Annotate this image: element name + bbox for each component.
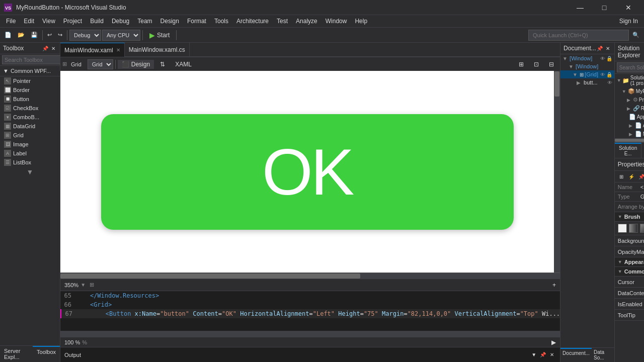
toolbox-section-common-wpf[interactable]: ▼ Common WPF... xyxy=(0,66,60,76)
sol-item-solution[interactable]: ▼ 📁 Solution 'MyRoundButton' (1 pro... xyxy=(615,74,644,87)
menu-format[interactable]: Format xyxy=(183,15,210,28)
tab-close-icon[interactable]: ✕ xyxy=(116,47,120,53)
sol-item-mainwindowxaml[interactable]: ▶ 📄 MainWindow.xaml xyxy=(615,130,644,138)
design-view-btn[interactable]: ⬛ Design xyxy=(118,60,154,69)
toggle-icon[interactable]: ⇅ xyxy=(156,60,169,69)
design-expand-both[interactable]: ⊟ xyxy=(545,60,558,69)
prop-grid-icon[interactable]: ⊞ xyxy=(617,172,626,181)
toolbox-close-btn[interactable]: ✕ xyxy=(50,45,57,52)
prop-section-appearance[interactable]: ▼ Appearance xyxy=(615,257,644,267)
menu-window[interactable]: Window xyxy=(321,15,351,28)
menu-design[interactable]: Design xyxy=(156,15,183,28)
toolbar-open[interactable]: 📂 xyxy=(15,29,27,41)
tab-mainwindow-xaml-cs[interactable]: MainWindow.xaml.cs xyxy=(125,43,190,57)
debug-mode-dropdown[interactable]: Debug xyxy=(69,30,101,41)
output-pin-btn[interactable]: 📌 xyxy=(539,351,547,359)
sol-item-project[interactable]: ▼ 📦 MyRoundButton xyxy=(615,87,644,96)
output-close-btn[interactable]: ✕ xyxy=(548,351,556,359)
eye-icon-grid[interactable]: 👁 xyxy=(600,72,605,77)
doc-pin-btn[interactable]: 📌 xyxy=(596,45,603,52)
toolbox-item-button[interactable]: 🔲 Button xyxy=(0,95,60,104)
menu-tools[interactable]: Tools xyxy=(210,15,232,28)
menu-edit[interactable]: Edit xyxy=(20,15,38,28)
lock-icon-grid[interactable]: 🔒 xyxy=(606,72,612,77)
toolbox-item-pointer[interactable]: ↖ Pointer xyxy=(0,76,60,85)
menu-analyze[interactable]: Analyze xyxy=(292,15,321,28)
toolbar-save[interactable]: 💾 xyxy=(28,29,40,41)
toolbox-item-label[interactable]: A Label xyxy=(0,149,60,158)
design-hscrollbar[interactable] xyxy=(60,273,560,279)
toolbox-tab[interactable]: Toolbox xyxy=(33,346,60,362)
eye-icon-button[interactable]: 👁 xyxy=(607,80,612,85)
xaml-editor[interactable]: 65 </Window.Resources> 66 <Grid> 67 <But… xyxy=(60,291,560,331)
design-vscrollbar[interactable] xyxy=(554,71,560,273)
quick-launch-search[interactable]: 🔍 xyxy=(630,29,642,41)
brush-gradient-icon[interactable] xyxy=(629,224,638,233)
xaml-scrollbar-expand[interactable]: ▶ xyxy=(551,339,556,346)
design-expand-left[interactable]: ⊞ xyxy=(515,60,528,69)
ok-button-preview[interactable]: OK xyxy=(101,114,514,230)
toolbar-new[interactable]: 📄 xyxy=(2,29,14,41)
server-explorer-tab[interactable]: Server Expl... xyxy=(0,346,33,362)
doc-close-btn[interactable]: ✕ xyxy=(604,45,611,52)
sol-item-properties[interactable]: ▶ ⚙ Properties xyxy=(615,96,644,104)
xaml-expand-btn[interactable]: + xyxy=(552,282,556,289)
output-dropdown-btn[interactable]: ▼ xyxy=(530,351,538,359)
menu-test[interactable]: Test xyxy=(273,15,292,28)
menu-file[interactable]: File xyxy=(2,15,20,28)
toolbox-item-border[interactable]: ⬜ Border xyxy=(0,85,60,95)
menu-help[interactable]: Help xyxy=(351,15,371,28)
menu-view[interactable]: View xyxy=(38,15,59,28)
sol-tab-team[interactable]: Team Expl... xyxy=(641,143,644,158)
design-vscrollbar-thumb[interactable] xyxy=(554,71,559,97)
doc-tree-item-window1[interactable]: ▼ [Window] 👁 🔒 xyxy=(560,54,614,62)
toolbox-item-grid[interactable]: ⊞ Grid xyxy=(0,131,60,140)
toolbar-redo[interactable]: ↪ xyxy=(55,29,65,41)
design-expand-right[interactable]: ⊡ xyxy=(530,60,543,69)
lock-icon-window1[interactable]: 🔒 xyxy=(606,56,612,61)
menu-project[interactable]: Project xyxy=(59,15,86,28)
sign-in-button[interactable]: Sign In xyxy=(615,15,642,28)
xaml-view-btn[interactable]: XAML xyxy=(171,60,196,69)
xaml-hscrollbar[interactable] xyxy=(60,331,560,337)
toolbox-pin-btn[interactable]: 📌 xyxy=(42,45,49,52)
prop-section-common[interactable]: ▼ Common xyxy=(615,267,644,277)
toolbar-undo[interactable]: ↩ xyxy=(45,29,54,41)
close-button[interactable]: ✕ xyxy=(617,0,640,15)
sol-item-appconfig[interactable]: 📄 App.config xyxy=(615,113,644,121)
prop-event-btn[interactable]: ⚡ xyxy=(627,172,636,181)
sol-tab-solution[interactable]: Solution E... xyxy=(615,143,642,158)
design-hscrollbar-thumb[interactable] xyxy=(60,274,360,279)
toolbox-item-combobox[interactable]: ▾ ComboB... xyxy=(0,113,60,122)
platform-dropdown[interactable]: Any CPU xyxy=(102,30,140,41)
doc-tree-item-grid[interactable]: ▼ ⊞ [Grid] 👁 🔒 xyxy=(560,70,614,78)
toolbox-item-checkbox[interactable]: ☑ CheckBox xyxy=(0,104,60,113)
sol-search-input[interactable] xyxy=(617,62,644,72)
minimize-button[interactable]: — xyxy=(569,0,592,15)
toolbox-item-datagrid[interactable]: ▦ DataGrid xyxy=(0,122,60,131)
prop-pin-btn-2[interactable]: 📌 xyxy=(637,172,644,181)
start-button[interactable]: ▶ Start xyxy=(145,30,174,41)
data-sources-tab[interactable]: Data So... xyxy=(592,348,614,362)
sol-hscrollbar[interactable] xyxy=(615,138,644,142)
menu-build[interactable]: Build xyxy=(86,15,108,28)
prop-section-brush[interactable]: ▼ Brush xyxy=(615,212,644,222)
doc-tab[interactable]: Document... xyxy=(560,348,592,362)
sol-hscrollbar-thumb[interactable] xyxy=(615,139,644,142)
menu-architecture[interactable]: Architecture xyxy=(232,15,273,28)
tab-mainwindow-xaml[interactable]: MainWindow.xaml ✕ xyxy=(60,43,125,57)
toolbox-item-listbox[interactable]: ☰ ListBox xyxy=(0,158,60,167)
menu-team[interactable]: Team xyxy=(133,15,156,28)
doc-tree-item-button[interactable]: ▶ butt... 👁 xyxy=(560,78,614,86)
eye-icon-window1[interactable]: 👁 xyxy=(600,56,605,61)
toolbox-item-image[interactable]: 🖼 Image xyxy=(0,140,60,149)
sol-item-references[interactable]: ▶ 🔗 References xyxy=(615,104,644,113)
quick-launch-input[interactable] xyxy=(528,30,629,41)
sol-item-appxaml[interactable]: ▶ 📄 App.xaml xyxy=(615,121,644,130)
menu-debug[interactable]: Debug xyxy=(108,15,133,28)
brush-radial-icon[interactable] xyxy=(640,224,644,233)
zoom-dropdown-btn[interactable]: ▼ xyxy=(80,282,86,288)
element-selector-left[interactable]: Grid xyxy=(88,59,113,69)
brush-solid-icon[interactable] xyxy=(618,224,627,233)
doc-tree-item-window2[interactable]: ▼ [Window] xyxy=(560,62,614,70)
